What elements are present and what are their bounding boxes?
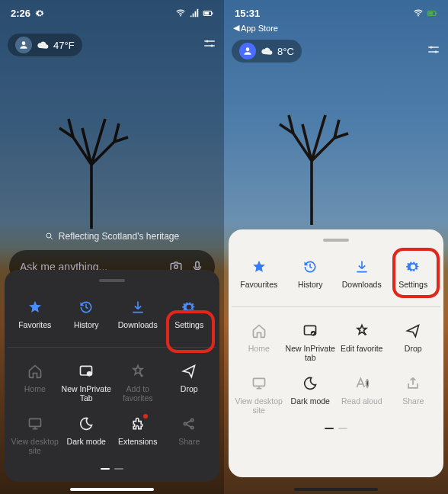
send-icon xyxy=(181,363,197,380)
status-bar: 2:26 xyxy=(0,5,224,21)
avatar-icon[interactable] xyxy=(15,37,32,53)
menu-read-aloud[interactable]: Read aloud xyxy=(336,369,388,422)
menu-dark-mode[interactable]: Dark mode xyxy=(61,409,113,462)
menu-edit-favorite[interactable]: Edit favorite xyxy=(336,316,388,369)
avatar-icon[interactable] xyxy=(239,43,256,59)
grab-handle[interactable] xyxy=(99,279,125,282)
page-indicator xyxy=(232,428,440,429)
phone-android: 2:26 47°F Reflecting Scotland's heritage… xyxy=(0,0,224,494)
history-icon xyxy=(78,299,94,316)
wifi-icon xyxy=(413,8,424,18)
customize-button[interactable] xyxy=(427,43,440,59)
menu-desktop-site[interactable]: View desktop site xyxy=(9,409,61,462)
desktop-icon xyxy=(27,415,43,432)
home-indicator[interactable] xyxy=(70,488,154,491)
menu-inprivate[interactable]: New InPrivate Tab xyxy=(61,357,113,409)
weather-pill[interactable]: 8°C xyxy=(232,40,302,63)
star-icon xyxy=(251,258,267,275)
menu-top-row: Favourites History Downloads Settings xyxy=(232,249,440,307)
phone-ios: 15:31 ◀ App Store 8°C Favourites History xyxy=(224,0,448,494)
menu-dark-mode[interactable]: Dark mode xyxy=(285,369,337,422)
wifi-icon xyxy=(175,8,186,18)
share-icon xyxy=(181,415,197,432)
screenshot-pair: 2:26 47°F Reflecting Scotland's heritage… xyxy=(0,0,448,494)
weather-pill[interactable]: 47°F xyxy=(8,34,82,56)
menu-home[interactable]: Home xyxy=(9,357,61,409)
top-bar: 8°C xyxy=(224,38,448,64)
battery-icon xyxy=(427,8,437,18)
menu-drop[interactable]: Drop xyxy=(388,316,440,369)
top-bar: 47°F xyxy=(0,32,224,58)
menu-add-favorites[interactable]: Add to favorites xyxy=(112,357,164,409)
grab-handle[interactable] xyxy=(323,239,349,242)
news-headline[interactable]: Reflecting Scotland's heritage xyxy=(0,231,224,242)
star-icon xyxy=(27,299,43,316)
star-edit-icon xyxy=(354,322,370,339)
battery-icon xyxy=(203,8,213,18)
temperature: 47°F xyxy=(53,40,75,51)
menu-history[interactable]: History xyxy=(285,252,337,296)
badge-dot xyxy=(143,414,148,419)
temperature: 8°C xyxy=(277,46,294,57)
status-time: 15:31 xyxy=(235,8,260,19)
menu-grid: Home New InPrivate Tab Add to favorites … xyxy=(8,354,216,465)
gear-icon xyxy=(405,258,421,275)
star-plus-icon xyxy=(130,363,146,380)
cloud-icon xyxy=(261,45,273,57)
send-icon xyxy=(405,322,421,339)
menu-history[interactable]: History xyxy=(61,293,113,336)
history-icon xyxy=(302,258,318,275)
readaloud-icon xyxy=(354,375,370,392)
gear-icon xyxy=(35,8,45,18)
menu-share[interactable]: Share xyxy=(388,369,440,422)
menu-inprivate[interactable]: New InPrivate tab xyxy=(285,316,337,369)
menu-downloads[interactable]: Downloads xyxy=(336,252,388,296)
status-time: 2:26 xyxy=(11,8,30,19)
wallpaper-tree xyxy=(266,88,357,225)
menu-settings[interactable]: Settings xyxy=(164,293,216,336)
signal-icon xyxy=(189,8,200,18)
share-ios-icon xyxy=(405,375,421,392)
chevron-left-icon: ◀ xyxy=(233,23,239,33)
menu-home[interactable]: Home xyxy=(233,316,285,369)
desktop-icon xyxy=(251,375,267,392)
moon-icon xyxy=(302,375,318,392)
download-icon xyxy=(130,299,146,316)
menu-favourites[interactable]: Favourites xyxy=(233,252,285,296)
cloud-icon xyxy=(37,39,49,51)
menu-drop[interactable]: Drop xyxy=(164,357,216,409)
home-icon xyxy=(27,363,43,380)
menu-downloads[interactable]: Downloads xyxy=(112,293,164,336)
menu-sheet: Favorites History Downloads Settings Hom… xyxy=(5,270,219,482)
puzzle-icon xyxy=(130,415,146,432)
status-bar: 15:31 xyxy=(224,5,448,21)
gear-icon xyxy=(181,299,197,316)
menu-favorites[interactable]: Favorites xyxy=(9,293,61,336)
inprivate-icon xyxy=(78,363,94,380)
customize-button[interactable] xyxy=(203,37,216,53)
home-icon xyxy=(251,322,267,339)
download-icon xyxy=(354,258,370,275)
home-indicator[interactable] xyxy=(294,488,378,491)
menu-grid: Home New InPrivate tab Edit favorite Dro… xyxy=(232,313,440,425)
menu-share[interactable]: Share xyxy=(164,409,216,462)
search-icon xyxy=(45,232,54,241)
page-indicator xyxy=(8,468,216,470)
inprivate-icon xyxy=(302,322,318,339)
menu-sheet: Favourites History Downloads Settings Ho… xyxy=(229,229,443,477)
moon-icon xyxy=(78,415,94,432)
menu-desktop-site[interactable]: View desktop site xyxy=(233,369,285,422)
menu-settings[interactable]: Settings xyxy=(388,252,440,296)
back-to-app[interactable]: ◀ App Store xyxy=(233,23,278,33)
menu-top-row: Favorites History Downloads Settings xyxy=(8,290,216,348)
menu-extensions[interactable]: Extensions xyxy=(112,409,164,462)
